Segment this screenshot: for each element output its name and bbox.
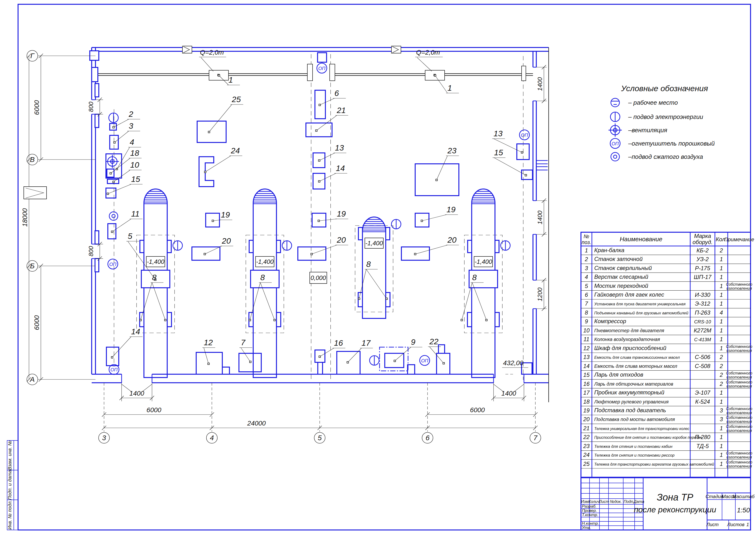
drawing-text: 24 [230,146,240,155]
drawing-text: 24 [583,452,590,458]
drawing-text: – рабочее место [628,99,678,106]
floor-plan-drawing: Взам. инв. №Подп. и датаИнв. № подл.ГВБА… [0,0,756,534]
drawing-text: Тележка для стяния и постановки кабин [594,444,673,449]
drawing-text: 13 [494,129,502,138]
callout-12: 12 [202,338,215,365]
drawing-text: –огнетушитель порошковый [628,140,715,147]
drawing-text: изготовления [727,286,752,290]
drawing-text: 18000 [21,208,29,227]
column [92,67,98,82]
drawing-text: 4 [130,138,134,147]
drawing-text: 13 [335,143,344,152]
drawing-text: КБ-2 [696,247,709,254]
drawing-text: 1 [720,398,723,405]
drawing-text: Провер. [582,508,597,513]
drawing-text: 3 [102,434,106,441]
drawing-text: изготовления [727,455,752,459]
drawing-text: 7 [241,338,246,347]
drawing-text: Разраб. [582,504,597,509]
drawing-text: Собственного [726,407,752,411]
drawing-text: Пневмотестер для двигателя [594,328,664,333]
drawing-text: 19 [221,210,230,219]
callout-19: 19 [318,209,348,222]
drawing-text: Тележка для снятия и постановки рессор [594,453,675,458]
drawing-text: Собственного [726,282,752,286]
callout-7: 7 [239,338,252,363]
drawing-text: Н.контр. [582,521,599,526]
drawing-text: 1 [720,327,723,334]
drawing-text: 2 [719,354,723,360]
drawing-text: Ларь для обтирочных материалов [594,381,673,387]
drawing-text: 3 [585,265,588,271]
workplace-symbol [611,98,619,107]
drawing-text: Собственного [726,460,752,464]
drawing-text: ОП [421,358,428,363]
drawing-text: 1 [746,522,749,527]
drawing-text: 2 [584,256,588,262]
floor-elevation: 0,000 [310,272,327,283]
drawing-text: 6000 [33,315,40,330]
drawing-text: 12 [204,338,213,347]
callout-6: 6 [319,89,346,106]
drawing-text: Взам. инв. № [7,441,13,470]
drawing-text: 11 [131,209,139,218]
drawing-text: -1,400 [474,258,492,265]
callout-24: 24 [204,146,242,173]
drawing-text: 800 [87,102,94,112]
drawing-text: Станок заточной [594,256,643,262]
drawing-text: Компрессор [594,318,626,324]
drawing-text: 9 [411,337,416,346]
drawing-text: Приспособление для снятия и постановки к… [594,436,702,440]
equip-duct [317,53,327,62]
drawing-text: после реконструкции [634,505,716,514]
drawing-text: 10 [583,327,590,334]
equip-8-pit-jack [277,312,281,327]
truck-bay-1: -1,400 [137,189,182,378]
drawing-text: 15 [131,174,140,183]
drawing-text: ОП [521,132,528,138]
compressed-air-icon [611,152,619,161]
drawing-text: Собственного [726,344,752,349]
drawing-text: С-508 [695,363,711,369]
drawing-text: Б [30,262,35,270]
drawing-text: С-413М [694,337,711,342]
drawing-text: 1 [720,256,723,262]
drawing-text: 16 [334,338,343,347]
drawing-text: 1:50 [737,506,750,514]
drawing-text: Люфтомер рулевого управления [594,399,669,404]
callout-13: 13 [318,143,346,161]
drawing-text: CRS-10 [694,319,711,324]
legend: Условные обозначения– рабочее место– под… [608,84,715,161]
drawing-text: поз. [582,239,591,245]
truck-bay-2: -1,400 [246,189,292,378]
drawing-text: 1 [720,345,723,351]
drawing-text: 1400 [129,390,145,397]
callout-20: 20 [204,236,233,255]
equip-8-pit-jack [468,312,472,327]
callout-19: 19 [212,210,232,222]
drawing-text: Пробник аккумуляторный [594,389,664,396]
drawing-text: Подъемник канавный для грузовых автомоби… [594,311,688,315]
drawing-text: 16 [583,381,590,387]
drawing-text: Наименование [620,235,662,243]
equip-8-pit-jack [167,312,172,327]
drawing-text: Емкость для слива моторных масел [594,363,677,369]
drawing-text: 1200 [536,287,543,301]
drawing-text: 4 [210,434,214,441]
drawing-text: Собственного [726,371,752,375]
drawing-text: Верстак слесарный [594,274,648,280]
drawing-text: 14 [583,363,590,369]
drawing-text: 8 [366,259,371,269]
drawing-text: Инв. № подл. [7,500,13,529]
drawing-text: Тележка для транспортировки агрегатов гр… [594,462,714,466]
drawing-text: 24000 [247,419,266,427]
title-block: Изм.Колич.Лист№док.Подп.ДатаРазраб.Прове… [581,478,755,530]
drawing-text: Марка [694,233,711,239]
callout-16: 16 [319,338,346,358]
drawing-text: И-330 [695,292,711,298]
drawing-text: Э-107 [695,389,711,396]
drawing-text: 1 [720,434,723,440]
drawing-text: 1 [720,318,723,325]
drawing-text: Q=2,0т [200,49,224,56]
drawing-text: 6 [426,434,430,441]
